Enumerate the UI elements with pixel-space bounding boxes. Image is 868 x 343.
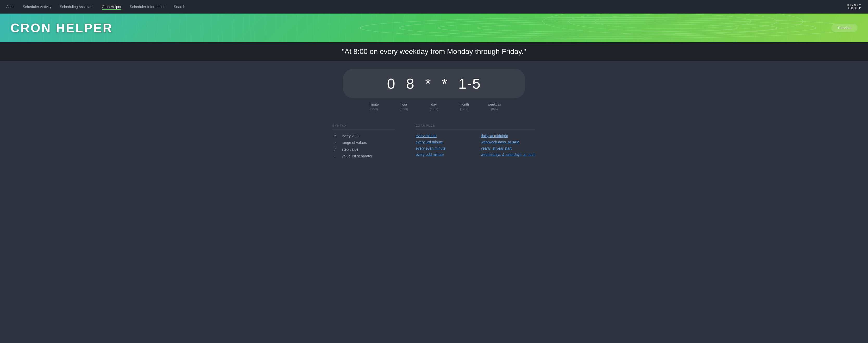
cron-part-weekday[interactable]: 1-5 (458, 75, 481, 92)
example-link[interactable]: daily, at midnight (481, 134, 535, 138)
cron-range-minute: (0-59) (369, 107, 378, 111)
example-link[interactable]: wednesdays & saturdays, at noon (481, 152, 535, 156)
cron-part-month[interactable]: * (442, 75, 448, 92)
cron-part-day[interactable]: * (425, 75, 431, 92)
cron-range-day: (1-31) (430, 107, 438, 111)
syntax-symbol: / (333, 147, 338, 151)
navbar: AtlasScheduler ActivityScheduling Assist… (0, 0, 868, 13)
examples-column: EXAMPLES every minutedaily, at midnighte… (416, 124, 535, 161)
nav-item-scheduling-assistant[interactable]: Scheduling Assistant (60, 4, 93, 10)
syntax-symbol: * (333, 134, 338, 138)
cron-label-group-day: day(1-31) (424, 103, 444, 111)
svg-point-2 (438, 22, 777, 34)
cron-label-weekday: weekday (488, 103, 501, 106)
cron-range-month: (1-12) (460, 107, 468, 111)
svg-point-0 (360, 18, 855, 38)
examples-grid: every minutedaily, at midnightevery 3rd … (416, 134, 535, 156)
cron-label-hour: hour (400, 103, 407, 106)
nav-links: AtlasScheduler ActivityScheduling Assist… (6, 4, 185, 10)
cron-label-minute: minute (368, 103, 378, 106)
cron-description: "At 8:00 on every weekday from Monday th… (0, 42, 868, 61)
nav-item-scheduler-activity[interactable]: Scheduler Activity (23, 4, 52, 10)
syntax-description: value list separator (342, 154, 373, 158)
example-link[interactable]: every even minute (416, 146, 470, 150)
example-link[interactable]: workweek days, at 8AM (481, 140, 535, 144)
nav-item-search[interactable]: Search (174, 4, 185, 10)
nav-item-scheduler-information[interactable]: Scheduler Information (130, 4, 165, 10)
logo: KINNEY GROUP (847, 4, 862, 10)
cron-label-group-weekday: weekday(0-6) (485, 103, 504, 111)
cron-input-box: 08**1-5 (343, 69, 525, 98)
svg-point-3 (477, 24, 738, 32)
syntax-row: ,value list separator (333, 154, 395, 158)
cron-label-group-hour: hour(0-23) (394, 103, 414, 111)
cron-labels: minute(0-59)hour(0-23)day(1-31)month(1-1… (343, 103, 525, 111)
cron-part-hour[interactable]: 8 (406, 75, 415, 92)
hero-banner: CRON HELPER Tutorials (0, 13, 868, 42)
syntax-description: step value (342, 147, 359, 151)
svg-point-4 (542, 13, 803, 34)
topo-decoration (347, 13, 868, 42)
svg-point-6 (595, 14, 751, 29)
syntax-row: *every value (333, 134, 395, 138)
syntax-symbol: - (333, 141, 338, 145)
syntax-description: range of values (342, 141, 367, 145)
description-text: "At 8:00 on every weekday from Monday th… (342, 48, 526, 56)
cron-label-month: month (460, 103, 469, 106)
syntax-row: /step value (333, 147, 395, 151)
cron-label-day: day (431, 103, 437, 106)
cron-label-group-minute: minute(0-59) (364, 103, 383, 111)
syntax-symbol: , (333, 154, 338, 158)
examples-header: EXAMPLES (416, 124, 535, 130)
svg-point-5 (568, 13, 777, 31)
bottom-section: SYNTAX *every value-range of values/step… (0, 116, 868, 171)
cron-range-hour: (0-23) (400, 107, 408, 111)
cron-range-weekday: (0-6) (491, 107, 498, 111)
example-link[interactable]: every odd minute (416, 152, 470, 156)
syntax-list: *every value-range of values/step value,… (333, 134, 395, 158)
cron-section: 08**1-5 minute(0-59)hour(0-23)day(1-31)m… (0, 61, 868, 116)
cron-label-group-month: month(1-12) (454, 103, 474, 111)
cron-part-minute[interactable]: 0 (387, 75, 396, 92)
syntax-header: SYNTAX (333, 124, 395, 130)
svg-point-1 (399, 20, 816, 36)
example-link[interactable]: every minute (416, 134, 470, 138)
nav-item-atlas[interactable]: Atlas (6, 4, 14, 10)
example-link[interactable]: yearly, at year start (481, 146, 535, 150)
syntax-row: -range of values (333, 141, 395, 145)
logo-main: KINNEY (847, 4, 862, 7)
syntax-column: SYNTAX *every value-range of values/step… (333, 124, 395, 161)
tutorials-button[interactable]: Tutorials (831, 24, 858, 32)
nav-item-cron-helper[interactable]: Cron Helper (102, 4, 121, 10)
hero-title: CRON HELPER (10, 21, 113, 35)
syntax-description: every value (342, 134, 361, 138)
example-link[interactable]: every 3rd minute (416, 140, 470, 144)
logo-sub: GROUP (847, 7, 862, 10)
